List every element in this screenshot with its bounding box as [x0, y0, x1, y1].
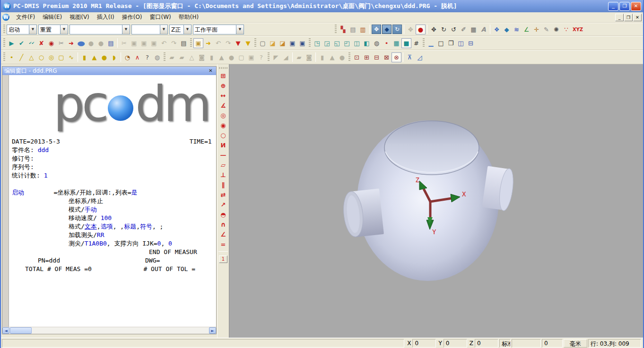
mark-red-button[interactable]: ▼	[233, 38, 243, 48]
child-restore-button[interactable]: ❐	[624, 14, 633, 21]
edit-window-close-icon[interactable]: ✕	[207, 68, 214, 74]
workplane-dropdown-arrow-icon[interactable]: ▼	[236, 25, 244, 34]
gdt-position-icon[interactable]: ⊕	[218, 81, 228, 91]
menu-edit[interactable]: 编辑(E)	[39, 12, 66, 22]
measured-sphere-icon[interactable]: ●	[99, 52, 109, 62]
dimension-location-button[interactable]: ⊡	[352, 52, 362, 62]
scroll-thumb[interactable]	[10, 327, 32, 334]
xyz-axes-icon[interactable]: XYZ	[571, 25, 584, 34]
dimension-info-button[interactable]: ⊞	[362, 52, 372, 62]
graphics-viewport[interactable]: Z X Y	[229, 64, 643, 338]
startup-dropdown-arrow-icon[interactable]: ▼	[29, 25, 36, 34]
toolbar-grip[interactable]	[268, 52, 270, 62]
point-flow-icon[interactable]: ∵	[561, 25, 571, 34]
workplane-dropdown[interactable]: 工作平面▼	[193, 25, 244, 34]
measured-line-icon[interactable]: ╱	[17, 52, 26, 62]
execute-button[interactable]: ▶	[7, 38, 17, 48]
restore-graph-button[interactable]: □	[436, 38, 446, 48]
rotate-2d-icon[interactable]: ↻	[439, 25, 449, 34]
execute-block-button[interactable]: ✔✔	[26, 38, 36, 48]
datum-rotate-button[interactable]: ◿	[415, 52, 425, 62]
measured-plane-icon[interactable]: △	[26, 52, 36, 62]
probe-file-dropdown[interactable]: ▼	[70, 25, 130, 34]
cad-solid-icon[interactable]: ❖	[492, 25, 502, 34]
toolbar-grip[interactable]	[348, 52, 350, 62]
origin-point-icon[interactable]: •	[382, 38, 392, 48]
view-yminus-button[interactable]: ◰	[342, 38, 352, 48]
toolbar-grip[interactable]	[164, 52, 165, 62]
toolbar-grip[interactable]	[3, 52, 5, 62]
print-button[interactable]: ▤	[179, 38, 189, 48]
dimension-graph-button[interactable]: ⊗	[392, 52, 401, 62]
translate-icon[interactable]: ✥	[429, 25, 439, 34]
gdt-line-profile-icon[interactable]: ∩	[218, 220, 228, 229]
gdt-profile-icon[interactable]: И	[218, 140, 228, 150]
view-zplus-button[interactable]: ◳	[312, 38, 322, 48]
gdt-flatness-icon[interactable]: ▱	[218, 160, 228, 170]
gdt-angularity-icon[interactable]: ∠	[218, 229, 228, 239]
refresh-view-button[interactable]: ↻	[392, 25, 402, 34]
toolbar-grip[interactable]	[335, 25, 337, 34]
menu-help[interactable]: 帮助(H)	[175, 12, 202, 22]
sphere-mode-button[interactable]: ●	[416, 25, 426, 34]
scroll-right-icon[interactable]: ►	[209, 327, 216, 334]
tile-horizontal-button[interactable]: ◫	[456, 38, 466, 48]
measured-circle-icon[interactable]: ○	[36, 52, 46, 62]
mesh-feature-icon[interactable]: ◍	[152, 52, 162, 62]
measured-slot-icon[interactable]: ▢	[56, 52, 66, 62]
execute-feature-button[interactable]: ✔	[17, 38, 26, 48]
edit-window-title-bar[interactable]: 编辑窗口 - ddd.PRG ✕	[2, 67, 216, 75]
view-dropdown-arrow-icon[interactable]: ▼	[183, 25, 191, 34]
gdt-total-runout-icon[interactable]: ↗	[218, 200, 228, 210]
color-edit-icon[interactable]: ▚	[338, 25, 348, 34]
measured-cylinder-icon[interactable]: ▮	[79, 52, 89, 62]
tile-vertical-button[interactable]: ⊟	[466, 38, 476, 48]
close-button[interactable]: ✕	[631, 2, 641, 11]
edit-window-hscrollbar[interactable]: ◄ ►	[2, 327, 216, 334]
gdt-roundness-icon[interactable]: ○	[218, 130, 228, 140]
startup-dropdown[interactable]: 启动▼	[7, 25, 37, 34]
text-label-icon[interactable]: A	[479, 25, 488, 34]
toolbar-grip[interactable]	[190, 38, 192, 48]
measured-curve-icon[interactable]: ∿	[66, 52, 76, 62]
toolbar-grip[interactable]	[3, 25, 5, 34]
menu-insert[interactable]: 插入(I)	[93, 12, 118, 22]
rotate-3d-icon[interactable]: ↺	[449, 25, 459, 34]
child-close-button[interactable]: ✕	[633, 14, 642, 21]
layers-icon[interactable]: ≋	[512, 25, 522, 34]
pan-view-button[interactable]: ✥	[372, 25, 381, 34]
probe-tip-dropdown[interactable]: ▼	[131, 25, 168, 34]
menu-view[interactable]: 视图(V)	[66, 12, 93, 22]
view-dropdown[interactable]: Z正▼	[169, 25, 191, 34]
toolbar-grip[interactable]	[219, 67, 227, 69]
view-zminus-button[interactable]: ◲	[322, 38, 332, 48]
probe-mode-button[interactable]: ◆	[382, 25, 392, 34]
gdt-circularity-icon[interactable]: ◉	[218, 120, 228, 130]
profile-scan-icon[interactable]: ∧	[132, 52, 142, 62]
ellipse-tool-icon[interactable]: ●	[74, 38, 89, 48]
measured-surface-icon[interactable]: ◗	[109, 52, 119, 62]
reset-dropdown[interactable]: 重置▼	[38, 25, 68, 34]
mark-yellow-button[interactable]: ▼	[243, 38, 253, 48]
gears-icon[interactable]: ✺	[551, 25, 561, 34]
gdt-page-button[interactable]: 1	[219, 255, 227, 263]
guess-mode-icon[interactable]: ?	[142, 52, 152, 62]
gdt-parallelism-icon[interactable]: ∥	[218, 180, 228, 190]
open-file-button[interactable]: ◪	[268, 38, 278, 48]
probe-cad-icon[interactable]: ◆	[502, 25, 512, 34]
gdt-runout-icon[interactable]: ⇄	[218, 190, 228, 200]
new-window-button[interactable]: ❐	[446, 38, 456, 48]
restore-button[interactable]: ❐	[619, 2, 630, 11]
view-xplus-button[interactable]: ◫	[352, 38, 362, 48]
measured-circle-stud-icon[interactable]: ◎	[46, 52, 56, 62]
report-template-icon[interactable]: ▥	[358, 25, 368, 34]
wireframe-view-button[interactable]: ▦	[392, 38, 401, 48]
probe-qualify-icon[interactable]: ✛	[531, 25, 541, 34]
record-button[interactable]: ◉	[46, 38, 56, 48]
minimize-button[interactable]: _	[608, 2, 618, 11]
close-file-button[interactable]: ◪	[278, 38, 287, 48]
solid-view-button[interactable]: ■	[401, 38, 411, 48]
axes-icon[interactable]: ∠	[522, 25, 531, 34]
view-yplus-button[interactable]: ◱	[332, 38, 342, 48]
document-system-icon[interactable]: W	[2, 14, 9, 21]
